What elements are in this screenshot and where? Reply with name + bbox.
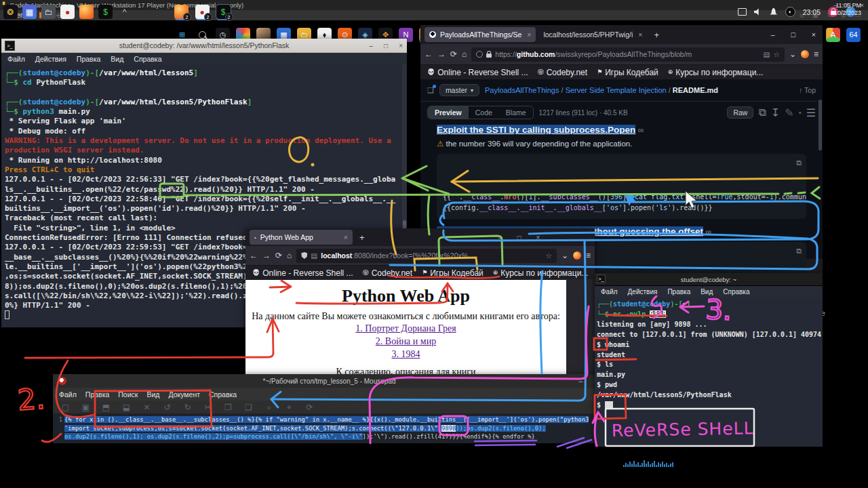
vm-clock[interactable]: 23:05 [803,8,821,16]
home-icon[interactable]: ⌂ [287,251,292,260]
menu-item[interactable]: Вид [146,390,159,399]
close-document-icon[interactable]: ✕ [140,400,154,414]
anchor-link-icon[interactable]: ∞ [705,227,711,237]
permissions-icon[interactable] [476,51,483,58]
pocket-icon[interactable]: ⌄ [561,251,568,260]
windows-clock[interactable]: 11:05 PM 10/2/2023 [834,2,861,17]
menu-item[interactable]: Справка [134,55,161,63]
menu-item[interactable]: Правка [77,55,100,63]
bookmark-games[interactable]: ⚑Игры Кодебай [422,268,484,278]
edit-icon[interactable]: ✎ [785,106,793,119]
menu-item[interactable]: Файл [59,390,77,399]
page-info-icon[interactable]: ▤ [311,251,317,260]
minimize-button[interactable]: – [578,378,583,385]
menu-item[interactable]: Вид [111,55,123,63]
bookmark-star-icon[interactable]: ☆ [546,251,552,260]
url-bar[interactable]: ▤ localhost:8080/index?book={%%20for%20x… [296,249,557,263]
back-to-top-link[interactable]: ↑ Top [799,86,816,94]
save-as-icon[interactable]: ⬓ [119,400,134,414]
url-bar[interactable]: https://github.com/swisskyrepo/PayloadsA… [471,47,785,62]
view-switcher[interactable]: Preview Code Blame [427,106,534,119]
anchor-link-icon[interactable]: ∞ [638,125,644,134]
code-block-subprocess[interactable]: ⧉ {{''.__class__.mro()[1].__subclasses__… [437,154,806,219]
menu-item[interactable]: Правка [85,390,109,399]
menu-item[interactable]: Вид [701,288,713,296]
bookmark-courses[interactable]: ⊕Курсы по информаци... [493,268,589,278]
power-manager-icon[interactable]: ◐ [785,7,795,17]
mousepad-window-button[interactable]: ●2 [195,5,210,19]
copy-code-icon[interactable]: ⧉ [796,246,802,257]
bookmark-codeby[interactable]: ⓦCodeby.net [538,68,588,77]
heading-subprocess-popen[interactable]: Exploit the SSTI by calling subprocess.P… [437,125,635,134]
file-manager-icon[interactable]: 🗀 [41,5,56,19]
back-icon[interactable]: ← [425,49,433,59]
paste-icon[interactable]: ❏ [241,400,256,414]
mousepad-launcher-icon[interactable]: ● [60,5,75,19]
download-icon[interactable]: ↧ [771,106,780,119]
close-tab-icon[interactable]: × [527,30,531,39]
close-button[interactable]: × [399,42,403,49]
maximize-button[interactable]: □ [791,30,795,39]
menu-item[interactable]: Файл [601,288,618,296]
bookmark-reverse-shell[interactable]: 💀Online - Reverse Shell ... [252,268,353,278]
close-button[interactable]: × [812,30,816,39]
tab-code[interactable]: Code [469,106,499,119]
codeby-logo-icon[interactable]: ❂ [3,5,18,19]
firefox-window-button[interactable]: 2 [174,5,189,19]
new-document-icon[interactable]: ▢ [58,400,73,414]
menu-item[interactable]: Справка [723,288,749,296]
terminal2-output[interactable]: ┌──(student@codeby)-[~]└─$ nc -nvlp 9898… [595,298,823,447]
close-button[interactable]: × [536,234,540,241]
bookmark-reverse-shell[interactable]: 💀Online - Reverse Shell ... [427,68,528,77]
terminal1-titlebar[interactable]: >_ student@codeby: /var/www/html/lesson5… [1,39,407,53]
mousepad-editor[interactable]: 1 {% for x in ().__class__.__base__.__su… [53,414,606,443]
maximize-button[interactable]: □ [384,42,388,49]
close-tab-icon[interactable]: × [344,233,348,241]
firefox-account-icon[interactable] [573,251,581,260]
branch-selector[interactable]: master▾ [439,84,479,96]
editor-text[interactable]: {% for x in ().__class__.__base__.__subc… [64,415,589,443]
forward-icon[interactable]: → [437,49,446,59]
tab-payloadsallthethings[interactable]: PayloadsAllTheThings/Se× [425,27,536,42]
tracking-shield-icon[interactable] [301,252,307,259]
tab-localhost-phptwig[interactable]: localhost/lesson5/PHPTwig/i× [538,27,647,42]
book-link-3[interactable]: 3. 1984 [245,348,566,361]
hamburger-menu-icon[interactable]: ≡ [814,49,818,59]
bookmark-games[interactable]: ⚑Игры Кодебай [597,68,658,77]
close-tab-icon[interactable]: × [638,30,642,39]
minimize-button[interactable]: – [771,30,775,39]
undo-icon[interactable]: ↺ [160,400,174,414]
menu-item[interactable]: Действия [628,288,658,296]
menu-item[interactable]: Файл [7,55,25,63]
new-tab-button[interactable]: + [359,232,365,243]
replace-icon[interactable]: ⌖ [282,400,296,414]
book-link-1[interactable]: 1. Портрет Дориана Грея [245,322,566,335]
menu-item[interactable]: Действия [35,55,66,63]
menu-item[interactable]: Правка [667,288,690,296]
breadcrumb-section[interactable]: Server Side Template Injection [566,86,667,94]
breadcrumb-repo[interactable]: PayloadsAllTheThings [485,86,559,94]
bookmark-codeby[interactable]: ⓦCodeby.net [363,268,413,278]
edit-caret-icon[interactable]: ▾ [799,110,802,116]
outline-icon[interactable]: ☰ [806,106,816,119]
book-link-2[interactable]: 2. Война и мир [245,335,566,348]
chrome-profile-icon[interactable]: A [826,28,840,42]
back-icon[interactable]: ← [250,251,258,260]
terminal2-titlebar[interactable]: >_ student@codeby: ~ [595,273,823,286]
home-icon[interactable]: ⌂ [462,49,467,59]
tab-preview[interactable]: Preview [428,106,469,119]
notifications-bell-icon[interactable] [770,8,778,16]
mousepad-titlebar[interactable]: *~/Рабочий стол/tmp_lesson_5 - Mousepad … [53,374,606,388]
volume-icon[interactable] [754,8,762,16]
redo-icon[interactable]: ↻ [180,400,195,414]
pocket-icon[interactable]: ⌄ [789,49,796,59]
tab-python-web-app[interactable]: • Python Web App× [250,230,353,245]
menu-item[interactable]: Документ [168,390,200,399]
maximize-button[interactable]: □ [517,234,521,241]
firefox-launcher-icon[interactable] [79,5,94,19]
terminal-launcher-icon[interactable]: $ [98,5,113,19]
search-icon[interactable]: ⌕ [262,400,276,414]
file-tree-toggle-icon[interactable]: ❏ [427,86,434,95]
open-icon[interactable]: ▣ [79,400,93,414]
bookmark-courses[interactable]: ⊕Курсы по информаци... [668,68,764,77]
